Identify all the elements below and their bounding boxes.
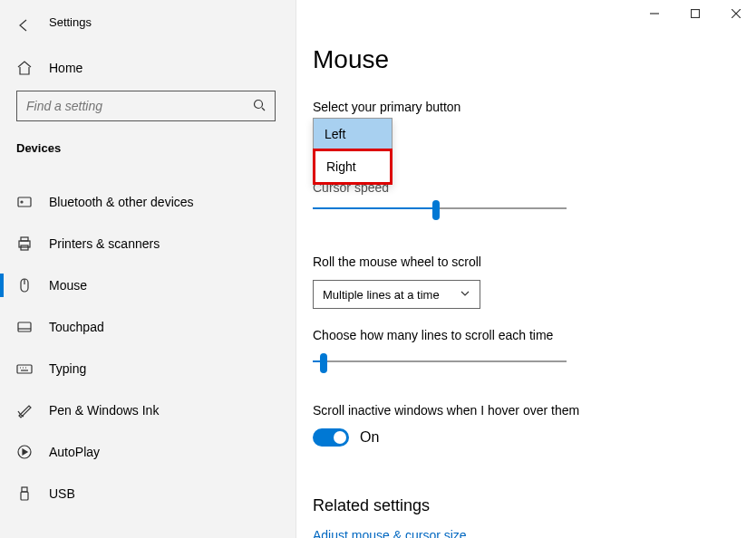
lines-scroll-slider[interactable] — [313, 353, 567, 371]
nav-pen[interactable]: Pen & Windows Ink — [0, 389, 296, 431]
home-label: Home — [49, 61, 82, 75]
search-box[interactable] — [16, 91, 276, 121]
option-left[interactable]: Left — [314, 119, 392, 149]
nav-label: AutoPlay — [49, 445, 100, 459]
touchpad-icon — [16, 319, 33, 335]
cursor-speed-slider[interactable] — [313, 200, 567, 218]
wheel-scroll-dropdown[interactable]: Multiple lines at a time — [313, 280, 480, 309]
sidebar: Settings Home Devices Bluetooth & other … — [0, 0, 296, 538]
toggle-state: On — [360, 429, 379, 446]
slider-track — [313, 360, 567, 362]
svg-rect-22 — [21, 492, 28, 500]
inactive-scroll-toggle[interactable] — [313, 428, 349, 447]
minimize-button[interactable] — [634, 0, 674, 27]
mouse-icon — [16, 277, 33, 293]
keyboard-icon — [16, 360, 33, 377]
slider-thumb[interactable] — [320, 353, 327, 373]
printer-icon — [16, 235, 33, 252]
nav-label: USB — [49, 486, 75, 501]
slider-fill — [313, 360, 320, 362]
autoplay-icon — [16, 444, 33, 460]
nav-usb[interactable]: USB — [0, 473, 296, 514]
svg-rect-13 — [18, 322, 31, 331]
back-button[interactable] — [16, 18, 31, 36]
search-icon — [253, 99, 266, 114]
maximize-button[interactable] — [674, 0, 715, 27]
section-heading: Devices — [16, 141, 61, 155]
page-title: Mouse — [313, 45, 739, 74]
slider-fill — [313, 207, 432, 209]
nav-label: Touchpad — [49, 320, 104, 334]
nav-printers[interactable]: Printers & scanners — [0, 223, 296, 264]
nav-touchpad[interactable]: Touchpad — [0, 306, 296, 348]
wheel-scroll-label: Roll the mouse wheel to scroll — [313, 255, 481, 269]
nav-typing[interactable]: Typing — [0, 348, 296, 389]
app-title: Settings — [49, 15, 92, 29]
lines-scroll-label: Choose how many lines to scroll each tim… — [313, 328, 567, 342]
slider-thumb[interactable] — [432, 200, 440, 220]
wheel-scroll-value: Multiple lines at a time — [323, 288, 440, 302]
nav-label: Mouse — [49, 278, 87, 293]
related-link[interactable]: Adjust mouse & cursor size — [313, 528, 467, 538]
svg-point-7 — [21, 201, 23, 203]
home-nav[interactable]: Home — [16, 60, 82, 76]
search-input[interactable] — [26, 99, 253, 113]
primary-button-label: Select your primary button — [313, 100, 739, 114]
usb-icon — [16, 485, 33, 502]
home-icon — [16, 60, 33, 76]
svg-rect-15 — [17, 365, 32, 373]
pen-icon — [16, 402, 33, 418]
svg-point-4 — [255, 100, 263, 108]
primary-button-dropdown[interactable]: Left Right — [313, 118, 393, 185]
nav-mouse[interactable]: Mouse — [0, 264, 296, 306]
nav-autoplay[interactable]: AutoPlay — [0, 431, 296, 473]
nav-label: Bluetooth & other devices — [49, 195, 194, 209]
inactive-scroll-label: Scroll inactive windows when I hover ove… — [313, 403, 579, 418]
svg-rect-1 — [691, 10, 699, 18]
svg-rect-21 — [22, 487, 27, 492]
close-button[interactable] — [715, 0, 756, 27]
option-right[interactable]: Right — [313, 149, 393, 185]
nav-label: Printers & scanners — [49, 236, 160, 251]
chevron-down-icon — [460, 288, 470, 302]
related-heading: Related settings — [313, 496, 467, 515]
svg-rect-6 — [18, 197, 31, 207]
svg-rect-9 — [21, 237, 28, 241]
nav-label: Pen & Windows Ink — [49, 403, 159, 418]
nav-bluetooth[interactable]: Bluetooth & other devices — [0, 181, 296, 223]
svg-line-5 — [262, 108, 265, 110]
nav-label: Typing — [49, 361, 86, 376]
bluetooth-icon — [16, 194, 33, 210]
